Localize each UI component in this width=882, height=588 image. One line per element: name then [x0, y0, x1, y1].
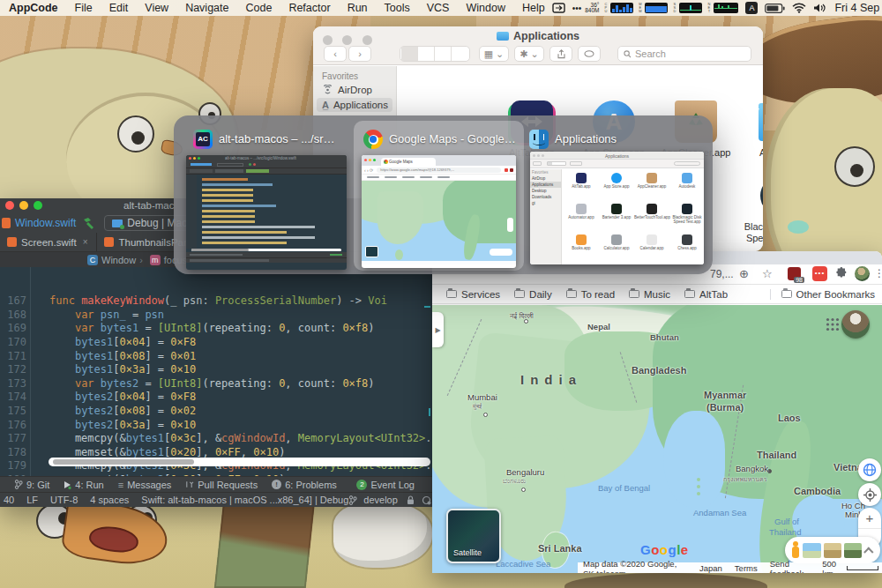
account-avatar[interactable] [841, 310, 870, 339]
menu-bar-clock[interactable]: Fri 4 Sep 21 [834, 2, 882, 14]
imagery-thumb[interactable] [824, 543, 841, 558]
toolwindow-pull-requests[interactable]: Pull Requests [185, 480, 258, 490]
city-marker-mumbai [483, 413, 488, 417]
zoom-page-icon[interactable]: ⊕ [739, 267, 749, 280]
istat-temp[interactable]: 36°840M [585, 3, 599, 14]
globe-layer-button[interactable] [858, 458, 881, 481]
profile-avatar[interactable] [855, 266, 870, 281]
list-view-segment[interactable] [418, 47, 435, 61]
zoom-in-button[interactable]: + [858, 508, 881, 528]
autodesk-folder-icon[interactable] [759, 100, 763, 143]
sidebar-item-applications[interactable]: A̲ Applications [317, 98, 392, 112]
google-apps-grid-icon[interactable] [826, 317, 840, 331]
switcher-thumb-finder[interactable]: Applications FavoritesAirDropApplication… [530, 152, 704, 264]
toolwindow-problems[interactable]: ! 6: Problems [272, 480, 337, 490]
menu-help[interactable]: Help [522, 2, 545, 14]
menu-view[interactable]: View [145, 2, 168, 14]
extensions-puzzle-icon[interactable] [835, 267, 848, 279]
back-button[interactable]: ‹ [324, 46, 347, 62]
cpu-meter[interactable] [610, 3, 633, 13]
toolwindow-event-log[interactable]: 2 Event Log [356, 480, 415, 490]
build-hammer-icon[interactable] [82, 217, 95, 229]
side-panel-toggle[interactable]: ▶ [432, 312, 444, 347]
mem-meter[interactable] [645, 3, 668, 13]
menu-app-name[interactable]: AppCode [9, 2, 58, 14]
menu-tools[interactable]: Tools [385, 2, 410, 14]
menu-code[interactable]: Code [245, 2, 272, 14]
sidebar-item-airdrop[interactable]: AirDrop [317, 83, 392, 97]
input-source-icon[interactable]: A [745, 2, 758, 14]
ssd-meter[interactable] [679, 3, 702, 13]
bookmark-folder-services[interactable]: Services [446, 289, 500, 300]
menu-navigate[interactable]: Navigate [185, 2, 228, 14]
satellite-toggle[interactable]: Satellite [446, 509, 501, 563]
git-branch-name[interactable]: develop [363, 495, 398, 505]
imagery-thumb[interactable] [844, 543, 862, 558]
code-editor[interactable]: 167 func makeKeyWindow(_ psn: ProcessSer… [0, 267, 494, 476]
wifi-icon[interactable] [792, 3, 806, 13]
toolwindow-messages[interactable]: ≡ Messages [118, 480, 172, 490]
caret-position[interactable]: 40 [4, 495, 14, 505]
lock-icon[interactable] [407, 495, 415, 505]
window-switcher-icon[interactable] [552, 3, 565, 13]
tags-button[interactable] [578, 46, 601, 62]
menu-refactor[interactable]: Refactor [288, 2, 330, 14]
current-file-label[interactable]: Window.swift [15, 217, 76, 229]
line-separator[interactable]: LF [26, 495, 38, 505]
extension-icon-mail[interactable]: 98 [788, 267, 801, 280]
column-view-segment[interactable] [435, 47, 452, 61]
more-status-icon[interactable]: ••• [572, 4, 582, 13]
google-map[interactable]: नई दिल्लीNepalBhutanBangladeshMyanmar(Bu… [432, 305, 882, 573]
attribution-link-feedback[interactable]: Send feedback [770, 559, 811, 574]
net-meter[interactable] [714, 3, 738, 13]
imagery-thumb[interactable] [803, 543, 820, 558]
breadcrumb-item[interactable]: Window [101, 255, 136, 265]
attribution-link-terms[interactable]: Terms [735, 563, 758, 573]
encoding[interactable]: UTF-8 [50, 495, 78, 505]
switcher-thumb-appcode[interactable]: alt-tab-macos – .../src/logic/Window.swi… [186, 155, 347, 270]
close-tab-icon[interactable]: × [83, 237, 88, 247]
bookmark-star-icon[interactable]: ☆ [762, 267, 773, 280]
finder-titlebar[interactable]: Applications ‹ › ▦ ⌄ ✱ ⌄ Search [313, 26, 763, 65]
switcher-thumb-chrome[interactable]: Google Maps ‹ › ⟳ https://www.google.com… [362, 155, 516, 268]
bookmark-folder-to-read[interactable]: To read [566, 289, 615, 300]
menu-run[interactable]: Run [348, 2, 368, 14]
bookmark-folder-alttab[interactable]: AltTab [684, 289, 728, 300]
menu-vcs[interactable]: VCS [427, 2, 450, 14]
gallery-view-segment[interactable] [452, 47, 468, 61]
view-segment-control[interactable] [400, 46, 470, 62]
pegman-icon[interactable] [791, 541, 798, 559]
my-location-button[interactable] [858, 483, 881, 506]
action-button[interactable]: ✱ ⌄ [514, 46, 544, 62]
chrome-menu-icon[interactable]: ⋮ [874, 267, 882, 279]
extension-icon-red[interactable]: ••• [812, 266, 827, 281]
battery-icon[interactable] [765, 4, 785, 13]
close-button[interactable] [5, 201, 14, 210]
search-input[interactable]: Search [617, 46, 751, 62]
collapse-chevron-icon[interactable] [864, 547, 874, 557]
menu-edit[interactable]: Edit [109, 2, 129, 14]
toolwindow-git[interactable]: 9: Git [14, 480, 49, 490]
volume-icon[interactable] [813, 3, 826, 13]
share-button[interactable] [549, 46, 572, 62]
zoom-button[interactable] [34, 201, 42, 210]
attribution-link-japan[interactable]: Japan [699, 563, 722, 573]
forward-button[interactable]: › [348, 46, 371, 62]
bookmark-folder-daily[interactable]: Daily [514, 289, 552, 300]
sdk-info[interactable]: Swift: alt-tab-macos | macOS ...x86_64] … [141, 495, 348, 505]
other-bookmarks[interactable]: Other Bookmarks [770, 289, 875, 300]
group-button[interactable]: ▦ ⌄ [479, 46, 509, 62]
menu-window[interactable]: Window [466, 2, 505, 14]
indent-style[interactable]: 4 spaces [90, 495, 129, 505]
bookmark-folder-music[interactable]: Music [629, 289, 670, 300]
menu-file[interactable]: File [75, 2, 93, 14]
notifications-icon[interactable] [422, 495, 431, 505]
horizontal-scrollbar[interactable] [49, 458, 430, 466]
minimize-button[interactable] [19, 201, 28, 210]
scrollbar-thumb[interactable] [53, 459, 194, 465]
url-fragment[interactable]: 79,... [710, 268, 734, 280]
icon-view-segment[interactable] [401, 47, 418, 61]
toolwindow-run[interactable]: 4: Run [64, 480, 103, 490]
tab-screen-swift[interactable]: Screen.swift × [0, 233, 97, 251]
blackmagic-icon[interactable] [760, 176, 763, 215]
